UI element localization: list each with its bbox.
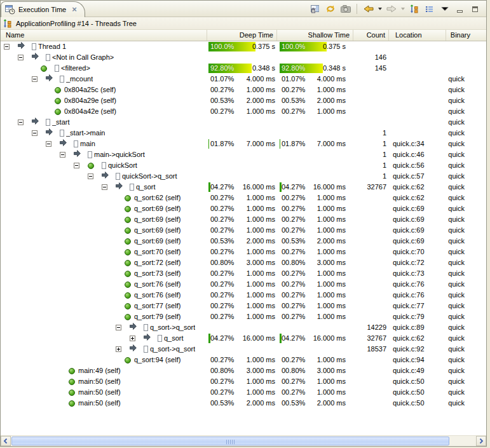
forward-icon[interactable]: [385, 3, 397, 15]
collapse-icon[interactable]: [32, 76, 37, 82]
time-value: 1.000 ms: [247, 214, 275, 225]
time-value: 1.000 ms: [317, 247, 346, 257]
tree-row[interactable]: main:50 (self)00.27%1.000 ms00.27%1.000 …: [1, 387, 486, 398]
binary-value: quick: [417, 376, 465, 387]
tree-row[interactable]: q_sort:69 (self)00.27%1.000 ms00.27%1.00…: [1, 225, 486, 236]
collapse-icon[interactable]: [60, 152, 65, 158]
percent-bar: 92.80%: [208, 64, 252, 73]
tree-row[interactable]: 0x804a25c (self)00.27%1.000 ms00.27%1.00…: [1, 85, 486, 95]
tree-row[interactable]: main->quickSort1quick.c:46quick: [1, 149, 486, 160]
view-menu-icon[interactable]: [439, 3, 451, 15]
collapse-icon[interactable]: [18, 55, 24, 60]
collapse-icon[interactable]: [88, 173, 93, 179]
column-header-shallow-time[interactable]: Shallow Time: [278, 30, 353, 41]
tree-row[interactable]: _start->main1quick: [1, 128, 486, 139]
binary-value: quick: [417, 74, 465, 85]
back-dropdown-icon[interactable]: [378, 8, 382, 10]
tree-row[interactable]: 0x804a42e (self)00.27%1.000 ms00.27%1.00…: [1, 106, 486, 117]
tree-row[interactable]: main:50 (self)00.27%1.000 ms00.27%1.000 …: [1, 376, 486, 387]
column-header-name[interactable]: Name: [1, 30, 207, 41]
scrollbar-thumb[interactable]: [11, 437, 449, 445]
column-header-location[interactable]: Location: [389, 30, 446, 41]
tree-row[interactable]: q_sort->q_sort18537quick.c:92quick: [1, 344, 486, 355]
maximize-icon[interactable]: [469, 3, 481, 15]
name-cell: q_sort:69 (self): [1, 225, 207, 236]
binary-value: quick: [417, 333, 465, 344]
tree-row[interactable]: <filtered>92.80%0.348 s92.80%0.348 s145: [1, 63, 486, 74]
tree-row[interactable]: <Not in Call Graph>146: [1, 52, 486, 63]
percent-value: 00.27%: [282, 107, 305, 116]
tree-row[interactable]: q_sort:69 (self)00.53%2.000 ms00.53%2.00…: [1, 236, 486, 247]
collapse-icon[interactable]: [102, 184, 107, 190]
tree-row[interactable]: main01.87%7.000 ms01.87%7.000 ms1quick.c…: [1, 139, 486, 149]
scrollbar-track[interactable]: [11, 436, 476, 446]
shallow-cell: 00.27%1.000 ms: [278, 387, 353, 398]
tree-row[interactable]: q_sort:94 (self)00.27%1.000 ms00.27%1.00…: [1, 355, 486, 365]
collapse-icon[interactable]: [74, 163, 79, 168]
tree-row[interactable]: q_sort->q_sort14229quick.c:89quick: [1, 322, 486, 333]
tree-row[interactable]: q_sort:69 (self)00.27%1.000 ms00.27%1.00…: [1, 214, 486, 225]
shallow-cell: 00.27%1.000 ms: [278, 214, 353, 225]
forward-dropdown-icon[interactable]: [401, 8, 405, 10]
tree-row[interactable]: q_sort:77 (self)00.27%1.000 ms00.27%1.00…: [1, 301, 486, 311]
scroll-right-button[interactable]: [476, 436, 486, 446]
shallow-cell: [278, 149, 353, 160]
column-header-binary[interactable]: Binary: [446, 30, 486, 41]
tree-row[interactable]: q_sort04.27%16.000 ms04.27%16.000 ms3276…: [1, 333, 486, 344]
collapse-icon[interactable]: [116, 325, 121, 330]
tree-row[interactable]: quickSort1quick.c:56quick: [1, 160, 486, 171]
expand-icon[interactable]: [116, 346, 121, 352]
collapse-icon[interactable]: [32, 130, 37, 136]
time-value: 0.348 s: [252, 63, 275, 74]
percent-value: 01.87%: [210, 139, 234, 149]
tree-row[interactable]: main:50 (self)00.53%2.000 ms00.53%2.000 …: [1, 398, 486, 409]
tree-row[interactable]: q_sort:73 (self)00.27%1.000 ms00.27%1.00…: [1, 268, 486, 279]
scroll-left-button[interactable]: [1, 436, 11, 446]
tree-row[interactable]: Thread 1100.0%0.375 s100.0%0.375 s: [1, 41, 486, 52]
function-icon: [102, 162, 106, 169]
tree-row[interactable]: q_sort:76 (self)00.27%1.000 ms00.27%1.00…: [1, 290, 486, 301]
minimize-icon[interactable]: [454, 3, 466, 15]
tree-row[interactable]: _startquick: [1, 117, 486, 128]
deep-cell: 00.27%1.000 ms: [207, 387, 277, 398]
tree-row[interactable]: quickSort->q_sort1quick.c:57quick: [1, 171, 486, 182]
percent-value: 00.53%: [210, 398, 234, 408]
column-header-count[interactable]: Count: [355, 30, 389, 41]
tab-execution-time[interactable]: Execution Time ×: [1, 1, 85, 17]
function-icon: [46, 119, 50, 126]
info-title: ApplicationProfiling #14 - Threads Tree: [16, 20, 137, 27]
collapse-icon[interactable]: [4, 44, 10, 50]
method-ball-icon: [69, 379, 75, 385]
tree-row[interactable]: q_sort04.27%16.000 ms04.27%16.000 ms3276…: [1, 182, 486, 193]
row-label: main:49 (self): [78, 365, 121, 376]
window-lock-icon[interactable]: [309, 3, 321, 15]
percent-value: 00.27%: [282, 355, 305, 365]
tree-row[interactable]: _mcount01.07%4.000 ms01.07%4.000 msquick: [1, 74, 486, 85]
collapse-icon[interactable]: [18, 119, 24, 125]
percent-value: 00.27%: [210, 301, 234, 311]
name-cell: 0x804a29e (self): [1, 95, 207, 106]
list-mode-icon[interactable]: [423, 3, 435, 15]
tree-row[interactable]: 0x804a29e (self)00.53%2.000 ms00.53%2.00…: [1, 95, 486, 106]
collapse-icon[interactable]: [46, 141, 51, 147]
method-ball-icon: [55, 109, 61, 115]
horizontal-scrollbar[interactable]: [1, 435, 486, 446]
tree-row[interactable]: q_sort:76 (self)00.27%1.000 ms00.27%1.00…: [1, 279, 486, 290]
hierarchy-mode-icon[interactable]: [408, 3, 420, 15]
expand-icon[interactable]: [130, 336, 135, 341]
tree-row[interactable]: q_sort:62 (self)00.27%1.000 ms00.27%1.00…: [1, 193, 486, 203]
binary-value: quick: [417, 193, 465, 203]
tree-row[interactable]: q_sort:70 (self)00.27%1.000 ms00.27%1.00…: [1, 247, 486, 257]
name-cell: main:50 (self): [1, 398, 207, 409]
snapshot-icon[interactable]: [339, 3, 351, 15]
tree-row[interactable]: q_sort:79 (self)00.27%1.000 ms00.27%1.00…: [1, 311, 486, 322]
percent-bar-zone: 100.0%: [280, 42, 327, 51]
column-header-deep-time[interactable]: Deep Time: [207, 30, 277, 41]
tree-row[interactable]: main:49 (self)00.80%3.000 ms00.80%3.000 …: [1, 365, 486, 376]
tree-row[interactable]: q_sort:72 (self)00.80%3.000 ms00.80%3.00…: [1, 257, 486, 268]
back-icon[interactable]: [362, 3, 374, 15]
refresh-icon[interactable]: [324, 3, 336, 15]
tree-row[interactable]: q_sort:69 (self)00.27%1.000 ms00.27%1.00…: [1, 203, 486, 214]
call-arrow-icon: [18, 41, 25, 52]
close-icon[interactable]: ×: [69, 6, 77, 13]
